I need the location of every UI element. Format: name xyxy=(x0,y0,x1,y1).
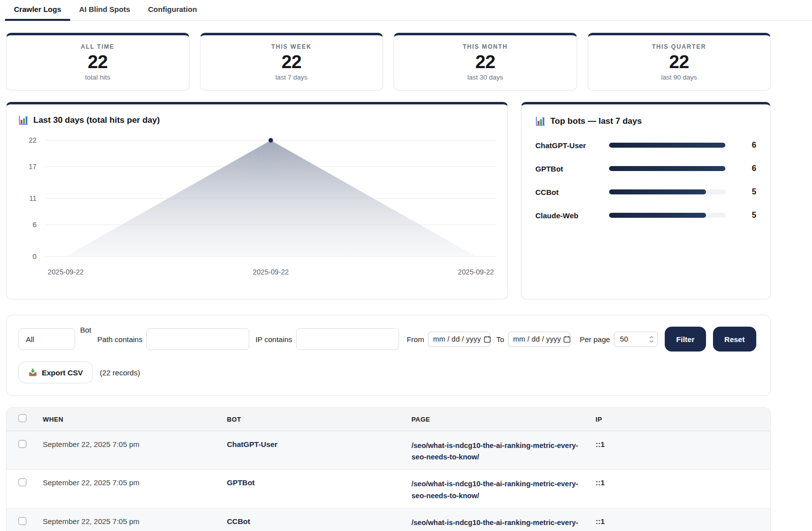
bot-hit-count: 6 xyxy=(743,164,756,173)
svg-text:22: 22 xyxy=(29,136,37,144)
svg-text:2025-09-22: 2025-09-22 xyxy=(48,268,84,276)
page-content: ALL TIME 22 total hits THIS WEEK 22 last… xyxy=(0,21,812,531)
col-header-page: PAGE xyxy=(411,416,596,423)
per-page-input[interactable]: 50 xyxy=(614,332,658,347)
table-header-row: WHEN BOT PAGE IP xyxy=(6,408,770,431)
svg-text:11: 11 xyxy=(29,194,37,202)
svg-text:0: 0 xyxy=(33,253,37,261)
log-page-link[interactable]: /seo/what-is-ndcg10-the-ai-ranking-metri… xyxy=(411,440,587,463)
log-ip: ::1 xyxy=(596,440,770,448)
bot-hit-count: 5 xyxy=(743,187,756,196)
from-date-label: From xyxy=(406,335,424,344)
row-checkbox[interactable] xyxy=(18,517,26,525)
bot-bar-fill xyxy=(609,189,706,194)
calendar-icon xyxy=(563,336,571,343)
bot-name: ChatGPT-User xyxy=(535,141,609,150)
row-checkbox[interactable] xyxy=(18,440,26,448)
bot-name: Claude-Web xyxy=(535,211,609,220)
bot-bar-fill xyxy=(609,166,725,171)
log-when: September 22, 2025 7:05 pm xyxy=(43,478,227,487)
tab-configuration[interactable]: Configuration xyxy=(139,0,206,20)
stat-label: ALL TIME xyxy=(6,43,189,50)
date-placeholder: mm / dd / yyyy xyxy=(513,335,561,343)
bot-hit-count: 6 xyxy=(743,141,756,150)
from-date-input[interactable]: mm / dd / yyyy xyxy=(428,332,490,347)
log-ip: ::1 xyxy=(596,478,770,487)
stat-label: THIS QUARTER xyxy=(588,43,771,50)
hits-area-chart: 221711602025-09-222025-09-222025-09-22 xyxy=(18,130,502,280)
select-all-checkbox[interactable] xyxy=(18,414,26,422)
stat-sublabel: last 30 days xyxy=(394,74,577,81)
date-placeholder: mm / dd / yyyy xyxy=(433,335,481,343)
log-when: September 22, 2025 7:05 pm xyxy=(43,517,227,526)
to-date-label: To xyxy=(496,335,504,344)
table-row: September 22, 2025 7:05 pm GPTBot /seo/w… xyxy=(6,469,770,508)
tab-ai-blind-spots[interactable]: AI Blind Spots xyxy=(70,0,139,20)
stepper-up-icon[interactable] xyxy=(649,336,654,339)
hits-chart-title: Last 30 days (total hits per day) xyxy=(33,115,160,125)
stat-card-this-week: THIS WEEK 22 last 7 days xyxy=(200,33,384,90)
top-bots-card: Top bots — last 7 days ChatGPT-User 6 GP… xyxy=(521,102,771,299)
stepper-down-icon[interactable] xyxy=(649,340,654,343)
bot-hit-count: 5 xyxy=(743,211,756,220)
bot-row-ccbot: CCBot 5 xyxy=(535,187,756,196)
svg-text:2025-09-22: 2025-09-22 xyxy=(253,268,289,276)
top-bots-title: Top bots — last 7 days xyxy=(550,116,642,126)
tab-crawler-logs[interactable]: Crawler Logs xyxy=(5,0,70,20)
bot-name: CCBot xyxy=(535,188,609,196)
table-row: September 22, 2025 7:05 pm ChatGPT-User … xyxy=(6,431,770,469)
log-bot: CCBot xyxy=(227,517,411,526)
tab-bar: Crawler Logs AI Blind Spots Configuratio… xyxy=(0,0,812,21)
stat-sublabel: total hits xyxy=(6,74,189,81)
export-csv-button[interactable]: Export CSV xyxy=(18,361,93,383)
bot-name: GPTBot xyxy=(535,165,609,173)
bot-row-claude-web: Claude-Web 5 xyxy=(535,211,756,220)
bot-row-gptbot: GPTBot 6 xyxy=(535,164,756,173)
stat-value: 22 xyxy=(201,52,383,73)
ip-contains-label: IP contains xyxy=(255,335,292,344)
stat-card-this-quarter: THIS QUARTER 22 last 90 days xyxy=(588,33,771,90)
bot-filter-value: All xyxy=(26,335,34,344)
svg-text:6: 6 xyxy=(33,221,37,229)
bot-row-chatgpt-user: ChatGPT-User 6 xyxy=(535,141,756,150)
log-ip: ::1 xyxy=(596,517,770,526)
per-page-value: 50 xyxy=(620,335,628,343)
stepper-arrows[interactable] xyxy=(649,336,654,343)
stat-value: 22 xyxy=(588,52,771,73)
svg-text:2025-09-22: 2025-09-22 xyxy=(458,268,494,276)
stats-row: ALL TIME 22 total hits THIS WEEK 22 last… xyxy=(6,33,771,90)
col-header-bot: BOT xyxy=(227,416,411,423)
log-page-link[interactable]: /seo/what-is-ndcg10-the-ai-ranking-metri… xyxy=(411,517,587,531)
inbox-tray-icon xyxy=(28,368,37,377)
log-page-link[interactable]: /seo/what-is-ndcg10-the-ai-ranking-metri… xyxy=(411,478,587,501)
path-contains-input[interactable] xyxy=(146,328,249,350)
filter-button[interactable]: Filter xyxy=(665,327,706,352)
bot-filter-select[interactable]: All xyxy=(18,328,75,350)
stat-value: 22 xyxy=(394,52,577,73)
stat-label: THIS WEEK xyxy=(201,43,383,50)
table-row: September 22, 2025 7:05 pm CCBot /seo/wh… xyxy=(6,508,770,531)
bot-bar-track xyxy=(609,166,725,171)
stat-sublabel: last 7 days xyxy=(201,74,383,81)
calendar-icon xyxy=(484,336,491,343)
filter-panel: All Bot Path contains IP contains From m… xyxy=(6,315,771,396)
stat-card-all-time: ALL TIME 22 total hits xyxy=(6,33,190,90)
path-contains-label: Path contains xyxy=(98,335,143,344)
bot-bar-fill xyxy=(609,143,725,148)
col-header-ip: IP xyxy=(596,416,770,423)
to-date-input[interactable]: mm / dd / yyyy xyxy=(508,332,570,347)
charts-row: Last 30 days (total hits per day) 221711… xyxy=(6,102,771,299)
reset-button[interactable]: Reset xyxy=(713,327,756,352)
per-page-label: Per page xyxy=(580,335,610,344)
logs-table: WHEN BOT PAGE IP September 22, 2025 7:05… xyxy=(6,407,771,531)
stat-card-this-month: THIS MONTH 22 last 30 days xyxy=(394,33,577,90)
stat-label: THIS MONTH xyxy=(394,43,577,50)
row-checkbox[interactable] xyxy=(18,478,26,486)
ip-contains-input[interactable] xyxy=(296,328,399,350)
stat-value: 22 xyxy=(6,52,189,73)
bot-bar-track xyxy=(609,189,725,194)
stat-sublabel: last 90 days xyxy=(588,74,771,81)
log-bot: GPTBot xyxy=(227,478,411,487)
bar-chart-icon xyxy=(535,116,545,126)
svg-text:17: 17 xyxy=(29,163,37,171)
